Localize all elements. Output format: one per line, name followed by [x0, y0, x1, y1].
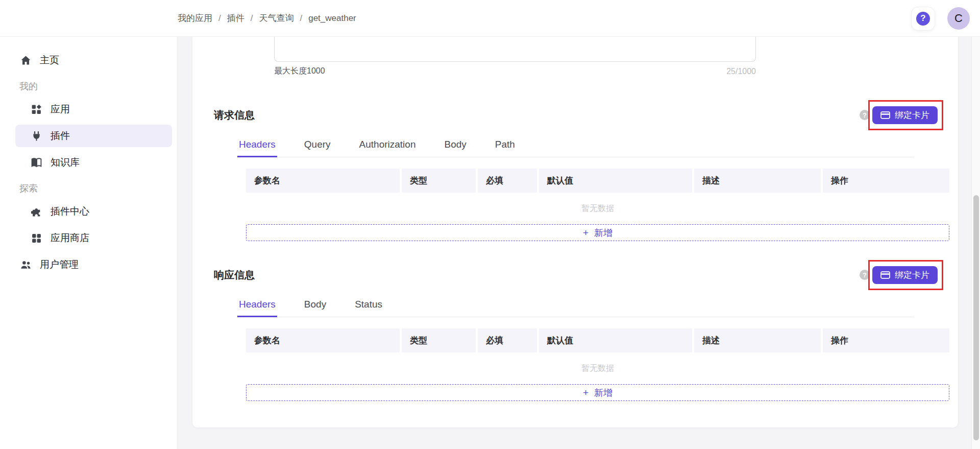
response-section: 响应信息 ? 绑定卡片 Headers Body Status — [192, 259, 958, 401]
column-actions: 操作 — [823, 169, 949, 193]
tab-body-response[interactable]: Body — [303, 294, 328, 317]
topbar-actions: ? C — [911, 0, 970, 37]
response-table: 参数名 类型 必填 默认值 描述 操作 暂无数据 + 新增 — [246, 328, 949, 401]
tab-status-response[interactable]: Status — [353, 294, 384, 317]
annotation-box: 绑定卡片 — [868, 260, 943, 290]
sidebar-item-apps[interactable]: 应用 — [15, 98, 172, 121]
grid-icon — [31, 233, 42, 244]
response-empty-state: 暂无数据 — [246, 352, 949, 384]
request-empty-state: 暂无数据 — [246, 193, 949, 224]
annotation-box: 绑定卡片 — [868, 100, 943, 130]
sidebar: 主页 我的 应用 插件 知识库 探索 插件中心 — [0, 37, 178, 449]
help-button[interactable]: ? — [911, 7, 935, 31]
column-required: 必填 — [478, 169, 537, 193]
tab-headers-response[interactable]: Headers — [237, 294, 277, 317]
avatar[interactable]: C — [947, 7, 970, 30]
breadcrumb-my-apps[interactable]: 我的应用 — [178, 12, 212, 24]
request-table-header: 参数名 类型 必填 默认值 描述 操作 — [246, 169, 949, 193]
sidebar-item-label: 知识库 — [51, 156, 80, 169]
sidebar-item-label: 插件中心 — [51, 205, 89, 218]
top-bar: 我的应用 / 插件 / 天气查询 / get_weather ? C — [0, 0, 980, 37]
request-table: 参数名 类型 必填 默认值 描述 操作 暂无数据 + 新增 — [246, 169, 949, 241]
response-section-header: 响应信息 ? 绑定卡片 — [214, 259, 943, 291]
sidebar-section-explore: 探索 — [19, 181, 177, 196]
column-required: 必填 — [478, 328, 537, 352]
page: 我的应用 / 插件 / 天气查询 / get_weather ? C 主页 我的 — [0, 0, 980, 449]
response-title: 响应信息 — [214, 268, 255, 282]
sidebar-item-app-store[interactable]: 应用商店 — [15, 227, 172, 249]
scrollbar-thumb[interactable] — [973, 195, 979, 440]
column-description: 描述 — [694, 169, 821, 193]
sidebar-item-label: 应用 — [51, 103, 70, 116]
home-icon — [20, 55, 31, 66]
textarea-hint-row: 最大长度1000 25/1000 — [274, 66, 756, 77]
request-section-header: 请求信息 ? 绑定卡片 — [214, 99, 943, 131]
tab-query[interactable]: Query — [303, 134, 332, 157]
main-panel: 最大长度1000 25/1000 请求信息 ? 绑定卡片 Header — [192, 37, 958, 428]
sidebar-item-label: 应用商店 — [51, 231, 89, 245]
bind-card-label: 绑定卡片 — [895, 109, 929, 121]
card-icon — [880, 271, 890, 279]
scrollbar-track[interactable] — [971, 37, 980, 449]
card-icon — [880, 111, 890, 119]
column-default: 默认值 — [539, 169, 692, 193]
request-section: 请求信息 ? 绑定卡片 Headers Query Authorization … — [192, 99, 958, 241]
char-counter: 25/1000 — [726, 67, 756, 76]
request-header-actions: ? 绑定卡片 — [860, 100, 943, 130]
tab-headers[interactable]: Headers — [237, 134, 277, 157]
column-param-name: 参数名 — [246, 328, 400, 352]
users-icon — [20, 259, 31, 270]
sidebar-item-label: 主页 — [40, 54, 59, 67]
column-description: 描述 — [694, 328, 821, 352]
request-tabs: Headers Query Authorization Body Path — [237, 134, 914, 157]
sidebar-item-user-management[interactable]: 用户管理 — [15, 253, 172, 276]
response-tabs: Headers Body Status — [237, 294, 914, 317]
breadcrumb-weather-query[interactable]: 天气查询 — [259, 12, 293, 24]
book-icon — [31, 157, 42, 168]
bind-card-button-request[interactable]: 绑定卡片 — [872, 106, 938, 124]
sidebar-item-plugins[interactable]: 插件 — [15, 125, 172, 147]
response-add-button[interactable]: + 新增 — [246, 384, 949, 401]
response-table-header: 参数名 类型 必填 默认值 描述 操作 — [246, 328, 949, 352]
request-title: 请求信息 — [214, 108, 255, 122]
bind-card-button-response[interactable]: 绑定卡片 — [872, 266, 938, 284]
puzzle-icon — [31, 206, 42, 217]
column-param-name: 参数名 — [246, 169, 400, 193]
plug-icon — [31, 131, 42, 141]
plus-icon: + — [583, 388, 589, 397]
question-icon: ? — [916, 12, 930, 26]
column-actions: 操作 — [823, 328, 949, 352]
bind-card-label: 绑定卡片 — [895, 269, 929, 281]
tab-path[interactable]: Path — [494, 134, 517, 157]
breadcrumb-plugins[interactable]: 插件 — [227, 12, 244, 24]
sidebar-item-home[interactable]: 主页 — [15, 49, 172, 72]
apps-icon — [31, 104, 42, 115]
response-header-actions: ? 绑定卡片 — [860, 260, 943, 290]
sidebar-item-knowledge[interactable]: 知识库 — [15, 151, 172, 174]
column-type: 类型 — [402, 328, 476, 352]
sidebar-item-label: 用户管理 — [40, 258, 79, 271]
sidebar-item-label: 插件 — [51, 129, 70, 143]
breadcrumb: 我的应用 / 插件 / 天气查询 / get_weather — [178, 12, 356, 24]
breadcrumb-get-weather: get_weather — [308, 13, 356, 23]
tab-authorization[interactable]: Authorization — [358, 134, 418, 157]
sidebar-section-my: 我的 — [19, 79, 177, 94]
description-textarea[interactable] — [274, 37, 756, 62]
add-label: 新增 — [594, 387, 612, 399]
max-length-hint: 最大长度1000 — [274, 66, 325, 77]
column-default: 默认值 — [539, 328, 692, 352]
column-type: 类型 — [402, 169, 476, 193]
add-label: 新增 — [594, 227, 612, 239]
breadcrumb-separator: / — [251, 13, 253, 23]
request-add-button[interactable]: + 新增 — [246, 224, 949, 241]
tab-body[interactable]: Body — [443, 134, 468, 157]
breadcrumb-separator: / — [300, 13, 302, 23]
breadcrumb-separator: / — [218, 13, 221, 23]
plus-icon: + — [583, 228, 589, 238]
sidebar-item-plugin-center[interactable]: 插件中心 — [15, 200, 172, 223]
